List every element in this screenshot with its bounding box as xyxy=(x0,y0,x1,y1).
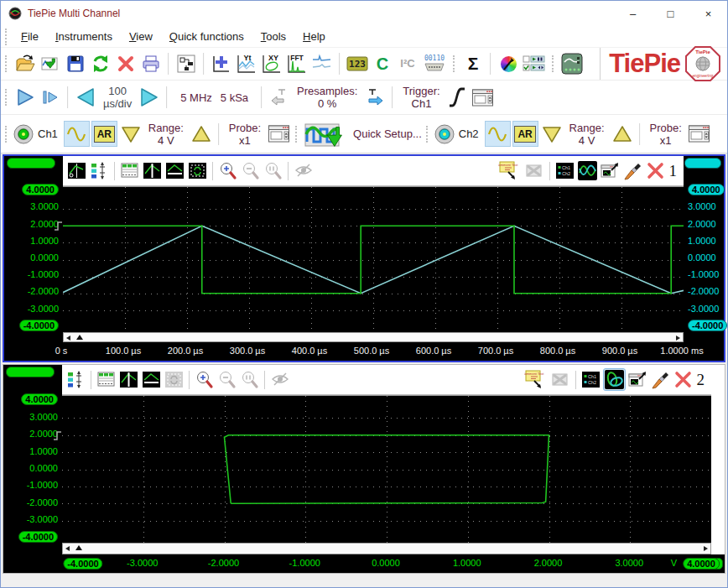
i2c-button[interactable]: I²C xyxy=(396,51,419,76)
graph1-ch1-axis-handle[interactable] xyxy=(7,158,55,169)
export-graph-button[interactable] xyxy=(627,369,648,390)
legend-button[interactable]: Ch1Ch2 xyxy=(580,369,601,390)
ch1-bnc-icon[interactable] xyxy=(13,123,34,145)
close-graph-button[interactable] xyxy=(673,369,694,390)
add-xy-graph-button[interactable]: XY xyxy=(260,51,283,76)
zoom-out-button[interactable] xyxy=(216,369,237,390)
autodisable-view-button[interactable] xyxy=(293,160,314,181)
menu-tools[interactable]: Tools xyxy=(252,30,294,43)
oneshot-button[interactable] xyxy=(39,85,62,110)
settings-button[interactable] xyxy=(497,51,520,76)
menu-help[interactable]: Help xyxy=(294,30,334,43)
can-bus-button[interactable]: C xyxy=(371,51,394,76)
graph1-scrollbar[interactable] xyxy=(63,332,684,342)
close-icon[interactable]: × xyxy=(689,1,727,26)
ch2-range-up-button[interactable] xyxy=(611,122,634,147)
ch2-range-down-button[interactable] xyxy=(540,122,564,147)
toolbar-grip[interactable] xyxy=(426,126,430,143)
remove-comment-button[interactable] xyxy=(550,369,571,390)
scroll-right-icon[interactable] xyxy=(704,546,708,551)
zoom-in-button[interactable] xyxy=(194,369,215,390)
horizontal-cursor-button[interactable] xyxy=(164,160,185,181)
export-graph-button[interactable] xyxy=(600,160,621,181)
serial-protocol-button[interactable]: 00110 xyxy=(421,51,448,76)
scroll-left-icon[interactable] xyxy=(65,546,70,551)
x-axis-range-button[interactable]: -4.0000 xyxy=(63,558,102,570)
object-tree-button[interactable] xyxy=(174,51,198,76)
y-axis-range-button[interactable]: 4.0000 xyxy=(21,393,58,405)
channel-offsets-button[interactable] xyxy=(89,160,110,181)
add-meter-button[interactable]: 123 xyxy=(346,51,369,76)
xy-mode-button[interactable] xyxy=(603,368,626,391)
presamples-decrease-button[interactable] xyxy=(268,85,291,110)
quick-setup-button[interactable] xyxy=(304,122,347,147)
x-axis-range-button[interactable]: 4.0000 xyxy=(683,558,720,570)
add-fft-graph-button[interactable]: FFT xyxy=(285,51,309,76)
ch2-bnc-icon[interactable] xyxy=(434,123,455,145)
y-axis-range-button[interactable]: -4.0000 xyxy=(18,531,58,543)
save-button[interactable] xyxy=(64,51,87,76)
ch2-coupling-button[interactable] xyxy=(485,121,511,147)
values-table-button[interactable] xyxy=(96,369,117,390)
app-graph-button[interactable] xyxy=(560,51,584,76)
axes-setup-button[interactable] xyxy=(66,160,87,181)
ch1-settings-button[interactable] xyxy=(267,122,290,147)
presamples-increase-button[interactable] xyxy=(363,85,387,110)
refresh-button[interactable] xyxy=(89,51,112,76)
vertical-cursor-button[interactable] xyxy=(118,369,139,390)
ch1-range-down-button[interactable] xyxy=(119,122,143,147)
toolbar-grip[interactable] xyxy=(5,89,9,106)
scroll-left-icon[interactable] xyxy=(66,336,70,341)
edit-graph-button[interactable] xyxy=(650,369,671,390)
toolbar-grip[interactable] xyxy=(5,29,9,45)
autodisable-view-button[interactable] xyxy=(269,369,290,390)
scroll-right-icon[interactable] xyxy=(676,336,680,341)
ch1-coupling-button[interactable] xyxy=(64,121,90,147)
zoom-in-button[interactable] xyxy=(217,160,238,181)
graph2-plot[interactable] xyxy=(62,395,711,543)
delete-button[interactable] xyxy=(114,51,138,76)
ch2-settings-button[interactable] xyxy=(688,122,711,147)
add-comment-button[interactable]: Comment Text xyxy=(523,369,549,390)
graph1-plot[interactable] xyxy=(63,186,684,332)
add-comment-button[interactable]: Comment Text xyxy=(497,160,523,181)
add-graph-button[interactable] xyxy=(210,51,233,76)
trigger-position-marker-icon[interactable] xyxy=(76,335,83,340)
add-yt-graph-button[interactable]: Yt xyxy=(235,51,258,76)
ch1-autorange-button[interactable]: AR xyxy=(91,121,117,147)
menu-file[interactable]: File xyxy=(13,30,47,43)
y-axis-range-button[interactable]: 4.0000 xyxy=(688,184,725,195)
channel-offsets-button[interactable] xyxy=(65,369,86,390)
menu-instruments[interactable]: Instruments xyxy=(47,30,121,43)
zoom-undo-button[interactable] xyxy=(239,369,260,390)
y-axis-range-button[interactable]: 4.0000 xyxy=(22,184,59,195)
sum-channels-button[interactable]: Σ xyxy=(461,51,485,76)
minimize-icon[interactable]: – xyxy=(614,1,652,26)
trigger-settings-button[interactable] xyxy=(471,85,495,110)
open-file-button[interactable] xyxy=(13,51,37,76)
remove-comment-button[interactable] xyxy=(524,160,545,181)
graph2-ch1-axis-handle[interactable] xyxy=(6,367,55,377)
trigger-level-marker[interactable] xyxy=(55,219,63,234)
add-trace-button[interactable] xyxy=(310,51,334,76)
instrument-manager-button[interactable] xyxy=(522,51,547,76)
graph1-ch2-axis-handle[interactable] xyxy=(684,158,721,169)
maximize-icon[interactable]: □ xyxy=(652,1,689,26)
timebase-slower-button[interactable] xyxy=(74,85,97,110)
toolbar-grip[interactable] xyxy=(453,55,457,72)
menu-quick-functions[interactable]: Quick functions xyxy=(161,30,252,43)
timebase-faster-button[interactable] xyxy=(138,85,161,110)
import-data-button[interactable] xyxy=(39,51,62,76)
quick-setup-label[interactable]: Quick Setup... xyxy=(353,127,422,140)
zoom-rect-button[interactable] xyxy=(187,160,208,181)
close-graph-button[interactable] xyxy=(645,160,666,181)
values-table-button[interactable] xyxy=(119,160,140,181)
print-button[interactable] xyxy=(139,51,163,76)
trigger-slope-button[interactable] xyxy=(446,85,470,110)
ch2-autorange-button[interactable]: AR xyxy=(512,121,538,147)
yt-mode-button[interactable] xyxy=(577,160,598,181)
legend-button[interactable]: Ch1Ch2 xyxy=(554,160,575,181)
zoom-out-button[interactable] xyxy=(240,160,261,181)
toolbar-grip[interactable] xyxy=(295,126,299,143)
toolbar-grip[interactable] xyxy=(552,55,556,72)
